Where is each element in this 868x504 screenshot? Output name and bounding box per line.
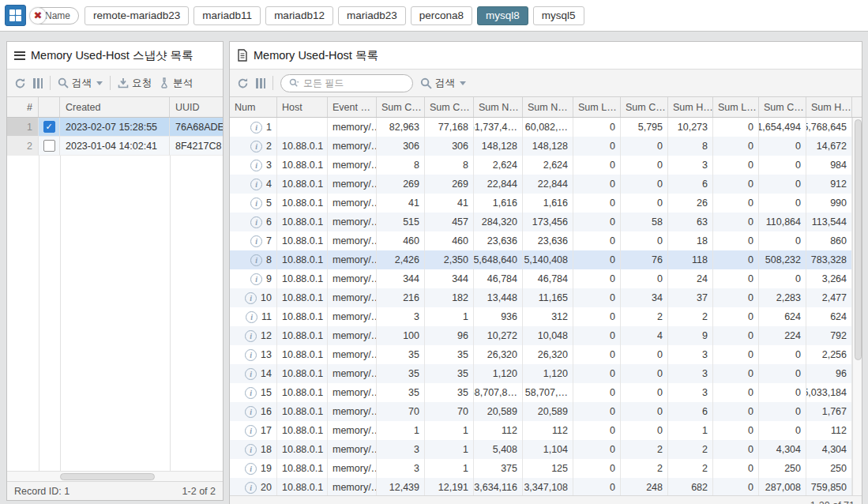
list-column-header-10[interactable]: Sum L…: [713, 97, 759, 117]
list-column-header-6[interactable]: Sum N…: [523, 97, 573, 117]
list-column-header-0[interactable]: Num: [230, 97, 277, 117]
list-row[interactable]: i310.88.0.1memory/…882,6242,62400300984: [230, 156, 852, 175]
value-cell: 0: [573, 383, 621, 402]
list-column-header-5[interactable]: Sum N…: [474, 97, 523, 117]
row-number: 1: [266, 122, 272, 133]
list-column-header-12[interactable]: Sum H…: [806, 97, 852, 117]
info-icon[interactable]: i: [250, 197, 262, 209]
list-row[interactable]: i1210.88.0.1memory/…1009610,27210,048049…: [230, 326, 852, 345]
list-column-header-7[interactable]: Sum L…: [573, 97, 621, 117]
list-row[interactable]: i210.88.0.1memory/…306306148,128148,1280…: [230, 137, 852, 156]
info-icon[interactable]: i: [245, 444, 257, 456]
tab-remote-mariadb23[interactable]: remote-mariadb23: [85, 6, 189, 25]
row-checkbox-cell[interactable]: ✓: [39, 118, 60, 137]
list-row[interactable]: i910.88.0.1memory/…34434446,78446,784002…: [230, 269, 852, 288]
list-column-header-3[interactable]: Sum C…: [377, 97, 425, 117]
info-icon[interactable]: i: [245, 463, 257, 475]
value-cell: 3: [377, 459, 425, 478]
info-icon[interactable]: i: [245, 387, 257, 399]
info-icon[interactable]: i: [250, 122, 262, 134]
num-cell: i17: [230, 421, 277, 440]
info-icon[interactable]: i: [245, 292, 257, 304]
value-cell: 624: [806, 307, 852, 326]
info-icon[interactable]: i: [245, 482, 257, 494]
column-header-uuid[interactable]: UUID: [170, 97, 223, 117]
list-column-header-8[interactable]: Sum C…: [621, 97, 668, 117]
tab-percona8[interactable]: percona8: [411, 6, 472, 25]
value-cell: 0: [713, 421, 759, 440]
list-row[interactable]: i1610.88.0.1memory/…707020,58920,5890060…: [230, 402, 852, 421]
info-icon[interactable]: i: [250, 254, 262, 266]
horizontal-scrollbar[interactable]: [7, 471, 223, 481]
info-icon[interactable]: i: [250, 160, 262, 171]
value-cell: 10,048: [523, 326, 573, 345]
name-filter-chip[interactable]: ✖ Name: [32, 7, 79, 24]
value-cell: 792: [806, 326, 852, 345]
search-filter-icon[interactable]: [289, 78, 299, 88]
info-icon[interactable]: i: [245, 425, 257, 437]
list-row[interactable]: i1110.88.0.1memory/…319363120220624624: [230, 307, 852, 326]
search-button[interactable]: 검색: [58, 77, 103, 90]
info-icon[interactable]: i: [245, 406, 257, 418]
info-icon[interactable]: i: [245, 349, 257, 361]
info-icon[interactable]: i: [250, 235, 262, 247]
columns-button[interactable]: [33, 78, 43, 88]
value-cell: 0: [713, 364, 759, 383]
list-column-header-4[interactable]: Sum C…: [425, 97, 474, 117]
tab-mariadb11[interactable]: mariadb11: [194, 6, 261, 25]
column-header-index[interactable]: #: [7, 97, 39, 117]
columns-button[interactable]: [256, 78, 265, 88]
list-row[interactable]: i2010.88.0.1memory/…12,43912,1913,634,11…: [230, 478, 852, 495]
scrollbar-thumb[interactable]: [60, 473, 155, 480]
refresh-button[interactable]: [14, 77, 26, 89]
snapshot-panel-header: Memory Used-Host 스냅샷 목록: [7, 42, 223, 69]
list-row[interactable]: i1010.88.0.1memory/…21618213,44811,16503…: [230, 288, 852, 307]
list-row[interactable]: i510.88.0.1memory/…41411,6161,6160026009…: [230, 194, 852, 213]
refresh-button[interactable]: [237, 77, 249, 89]
row-number: 9: [266, 273, 272, 284]
tab-mariadb23[interactable]: mariadb23: [338, 6, 406, 25]
tab-mysql8[interactable]: mysql8: [477, 6, 528, 25]
checkbox-icon[interactable]: ✓: [43, 121, 55, 133]
list-row[interactable]: i1510.88.0.1memory/…353558,707,8…58,707,…: [230, 383, 852, 402]
request-button[interactable]: 요청: [118, 77, 152, 90]
value-cell: 0: [573, 345, 621, 364]
info-icon[interactable]: i: [250, 141, 262, 152]
list-column-header-2[interactable]: Event …: [328, 97, 377, 117]
list-row[interactable]: i810.88.0.1memory/…2,4262,3505,648,6405,…: [230, 250, 852, 269]
search-button[interactable]: 검색: [420, 77, 466, 90]
info-icon[interactable]: i: [250, 216, 262, 228]
list-row[interactable]: i1710.88.0.1memory/…1111211200100112: [230, 421, 852, 440]
list-row[interactable]: i710.88.0.1memory/…46046023,63623,636001…: [230, 231, 852, 250]
list-row[interactable]: i1910.88.0.1memory/…313751250220250250: [230, 459, 852, 478]
value-cell: 0: [713, 440, 759, 459]
list-row[interactable]: i1810.88.0.1memory/…315,4081,10402204,30…: [230, 440, 852, 459]
tab-mysql5[interactable]: mysql5: [533, 6, 584, 25]
scrollbar-thumb[interactable]: [855, 119, 862, 360]
info-icon[interactable]: i: [245, 330, 257, 342]
list-row[interactable]: i1310.88.0.1memory/…353526,32026,3200030…: [230, 345, 852, 364]
list-column-header-9[interactable]: Sum H…: [668, 97, 713, 117]
list-row[interactable]: i410.88.0.1memory/…26926922,84422,844006…: [230, 175, 852, 194]
remove-filter-icon[interactable]: ✖: [29, 7, 47, 24]
analyze-button[interactable]: 분석: [159, 77, 193, 90]
info-icon[interactable]: i: [245, 368, 257, 380]
info-icon[interactable]: i: [250, 179, 262, 190]
list-column-header-1[interactable]: Host: [277, 97, 328, 117]
vertical-scrollbar[interactable]: [852, 118, 862, 495]
column-header-created[interactable]: Created: [60, 97, 170, 117]
snapshot-row[interactable]: 22023-01-04 14:02:418F4217C8: [7, 137, 223, 156]
field-filter-input[interactable]: [303, 77, 404, 88]
list-row[interactable]: i1memory/…82,96377,16861,737,4…60,082,…0…: [230, 118, 852, 137]
list-row[interactable]: i610.88.0.1memory/…515457284,320173,4560…: [230, 213, 852, 231]
record-id-text: Record ID: 1: [14, 486, 70, 497]
list-column-header-11[interactable]: Sum C…: [759, 97, 806, 117]
row-checkbox-cell[interactable]: [39, 137, 60, 156]
checkbox-icon[interactable]: [43, 140, 55, 152]
info-icon[interactable]: i: [246, 311, 257, 323]
app-launcher-button[interactable]: [5, 5, 26, 26]
info-icon[interactable]: i: [250, 273, 262, 285]
snapshot-row[interactable]: 1✓2023-02-07 15:28:5576A68ADE: [7, 118, 223, 137]
list-row[interactable]: i1410.88.0.1memory/…35351,1201,120003009…: [230, 364, 852, 383]
tab-mariadb12[interactable]: mariadb12: [265, 6, 333, 25]
